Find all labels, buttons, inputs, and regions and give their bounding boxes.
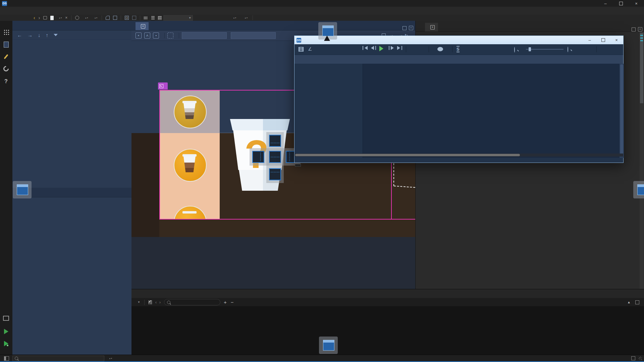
dock-top-edge-icon[interactable] (322, 25, 334, 36)
split-panel-icon[interactable] (402, 26, 407, 30)
mode-help-icon[interactable]: ? (3, 78, 9, 84)
no-snapping-icon[interactable]: × (136, 33, 142, 39)
zoom-out-icon[interactable]: − (231, 299, 234, 305)
to-end-button[interactable] (397, 46, 402, 50)
close-button[interactable]: × (610, 37, 623, 44)
forward-icon[interactable]: › (39, 15, 40, 20)
next-frame-button[interactable] (389, 46, 394, 50)
columns-icon[interactable] (144, 16, 148, 19)
dock-left-indicator[interactable] (252, 151, 264, 163)
next-item-icon[interactable]: › (159, 300, 161, 305)
move-right-icon[interactable]: → (28, 32, 33, 38)
previous-frame-button[interactable] (371, 46, 376, 50)
record-button[interactable] (437, 47, 443, 51)
close-button[interactable]: × (629, 0, 644, 7)
playhead-frame-field[interactable] (408, 46, 419, 52)
snap-parent-icon[interactable]: ▪ (153, 33, 159, 39)
play-button[interactable] (379, 46, 383, 51)
move-down-icon[interactable]: ↓ (38, 32, 41, 38)
dock-top-indicator[interactable] (269, 135, 281, 147)
move-left-icon[interactable]: ← (17, 32, 22, 38)
run-target-icon[interactable] (75, 16, 79, 20)
hide-bounds-icon[interactable] (132, 16, 136, 20)
filter-box[interactable] (164, 299, 220, 305)
kit-target-icon[interactable] (3, 315, 9, 321)
zoom-out-icon[interactable] (514, 47, 515, 52)
split-panel-icon[interactable] (632, 27, 636, 32)
timeline-zoom-slider[interactable] (526, 49, 564, 50)
style-combo[interactable]: ▲▼ (92, 17, 98, 18)
close-panel-icon[interactable]: × (409, 26, 413, 30)
show-bounds-icon[interactable] (125, 16, 129, 20)
toggle-sidebar-icon[interactable] (4, 356, 9, 361)
snap-anchors-icon[interactable]: A (144, 33, 150, 39)
locate-input[interactable] (20, 356, 99, 361)
timeline-vscrollbar[interactable] (620, 64, 624, 158)
zoom-combo[interactable]: ▲▼ (83, 17, 88, 18)
close-document-icon[interactable]: × (65, 15, 67, 20)
tab-form-editor[interactable]: × (136, 22, 149, 30)
timeline-settings-icon[interactable] (299, 47, 304, 52)
maximize-pane-icon[interactable] (635, 300, 639, 304)
secondary-frame-field[interactable] (494, 46, 506, 52)
fit-selection-icon[interactable] (113, 16, 117, 20)
mouse-cursor (324, 36, 330, 41)
override-height-field[interactable] (231, 32, 276, 39)
output-messages[interactable] (131, 307, 644, 312)
zoom-in-icon[interactable] (568, 47, 568, 52)
snap-anchors-icon[interactable] (106, 16, 110, 20)
close-tab-icon[interactable]: × (430, 25, 435, 29)
kit-combo[interactable]: ▲▼ (243, 17, 248, 18)
curve-editor-icon[interactable]: S (457, 46, 460, 52)
override-width-field[interactable] (182, 32, 227, 39)
zoom-in-icon[interactable]: + (224, 299, 227, 305)
run-button[interactable] (3, 328, 9, 335)
material-combo[interactable]: ▼ (163, 15, 193, 21)
state-combo[interactable] (598, 46, 622, 52)
selection-tag[interactable] (158, 82, 168, 89)
prev-item-icon[interactable]: ‹ (155, 300, 157, 305)
open-document-combo[interactable]: ▲▼ (57, 17, 62, 18)
minimize-button[interactable]: – (583, 37, 596, 44)
collapse-pane-icon[interactable]: ▲ (627, 300, 631, 304)
timeline-title-bar[interactable]: DS – × (294, 36, 623, 44)
timeline-hscrollbar[interactable] (294, 154, 623, 157)
maximize-button[interactable] (596, 37, 610, 44)
status-bar: ▲▼ (0, 355, 644, 362)
close-panel-icon[interactable]: × (638, 27, 642, 32)
show-bounding-rects-icon[interactable] (167, 33, 173, 39)
curve-picker-icon[interactable]: ∠ (308, 46, 312, 52)
mode-design-icon[interactable] (3, 54, 9, 60)
clear-icon[interactable] (149, 300, 153, 304)
end-frame-field[interactable] (579, 46, 590, 52)
extra-combo-spinner-icon[interactable]: ▲▼ (233, 17, 236, 18)
dock-bottom-indicator[interactable] (269, 168, 281, 180)
dock-bottom-edge-icon[interactable] (323, 340, 334, 351)
dock-center-indicator[interactable] (269, 151, 281, 163)
pane-spinner-icon[interactable]: ▲▼ (109, 358, 112, 359)
mode-tools-icon[interactable] (3, 66, 9, 72)
to-start-button[interactable] (363, 46, 368, 50)
grid-icon[interactable] (158, 16, 162, 20)
filter-input[interactable] (172, 300, 211, 305)
maximize-button[interactable] (613, 0, 629, 7)
mode-welcome-icon[interactable] (3, 29, 9, 35)
mode-edit-icon[interactable] (3, 42, 9, 48)
tab-text-editor[interactable]: × (425, 23, 438, 32)
list-icon[interactable] (151, 16, 155, 20)
dock-left-edge-icon[interactable] (17, 184, 28, 195)
back-icon[interactable]: ‹ (34, 15, 35, 20)
move-up-icon[interactable]: ↑ (46, 32, 49, 38)
timeline-combo[interactable] (335, 46, 358, 52)
filter-icon[interactable] (54, 34, 58, 36)
dock-right-edge-icon[interactable] (637, 184, 644, 195)
locate-box[interactable] (12, 356, 104, 361)
continue-button[interactable] (391, 203, 415, 218)
timeline-ruler[interactable] (294, 55, 623, 64)
debug-run-button[interactable] (3, 341, 9, 347)
minimize-button[interactable]: – (598, 0, 613, 7)
progress-icon[interactable] (631, 356, 635, 360)
close-tab-icon[interactable]: × (141, 24, 145, 28)
lock-icon[interactable] (43, 16, 47, 19)
editor-scrollbar[interactable] (640, 32, 644, 289)
